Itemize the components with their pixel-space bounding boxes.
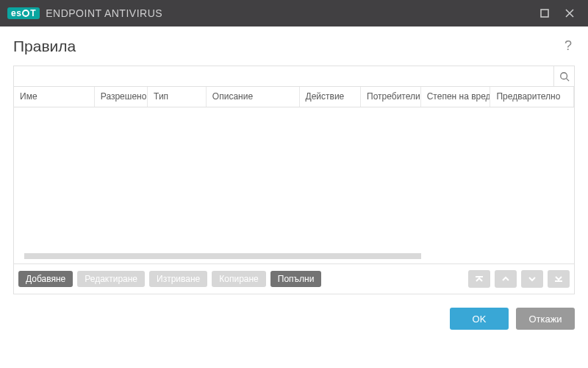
rules-panel: ИмеРазрешеноТипОписаниеДействиеПотребите… <box>13 66 575 294</box>
page-title: Правила <box>13 38 76 55</box>
window-maximize-button[interactable] <box>532 0 557 26</box>
move-down-button[interactable] <box>521 270 543 288</box>
column-header[interactable]: Степен на вреда <box>421 87 491 107</box>
search-button[interactable] <box>553 66 574 86</box>
move-bottom-button[interactable] <box>548 270 570 288</box>
chevron-top-icon <box>474 274 484 284</box>
close-icon <box>565 9 574 18</box>
column-header[interactable]: Тип <box>148 87 207 107</box>
rules-table: ИмеРазрешеноТипОписаниеДействиеПотребите… <box>14 87 574 263</box>
content-area: Правила ? ИмеРазрешеноТипОписаниеДействи… <box>0 26 588 294</box>
svg-rect-0 <box>541 10 548 17</box>
edit-button[interactable]: Редактиране <box>77 271 145 287</box>
brand-circle-icon <box>22 10 29 17</box>
page-heading-row: Правила ? <box>13 35 575 57</box>
help-button[interactable]: ? <box>562 35 575 57</box>
ok-button[interactable]: OK <box>450 308 509 330</box>
fill-button[interactable]: Попълни <box>270 271 322 287</box>
toolbar: Добавяне Редактиране Изтриване Копиране … <box>14 263 574 294</box>
column-header[interactable]: Действие <box>300 87 362 107</box>
column-header[interactable]: Разрешено <box>95 87 148 107</box>
titlebar: esT ENDPOINT ANTIVIRUS <box>0 0 588 26</box>
column-header[interactable]: Потребители <box>361 87 421 107</box>
add-button[interactable]: Добавяне <box>18 271 73 287</box>
chevron-bottom-icon <box>553 274 564 284</box>
search-input[interactable] <box>14 66 553 86</box>
column-header[interactable]: Предварително <box>490 87 574 107</box>
move-top-button[interactable] <box>468 270 490 288</box>
copy-button[interactable]: Копиране <box>212 271 266 287</box>
brand-logo: esT <box>7 7 40 19</box>
table-body <box>14 107 574 263</box>
chevron-up-icon <box>501 274 511 284</box>
help-icon: ? <box>564 38 572 53</box>
cancel-button[interactable]: Откажи <box>516 308 575 330</box>
maximize-icon <box>540 9 549 18</box>
app-title: ENDPOINT ANTIVIRUS <box>46 7 162 19</box>
brand-suffix: T <box>30 8 36 18</box>
column-header[interactable]: Описание <box>207 87 300 107</box>
svg-point-1 <box>560 72 567 79</box>
window-close-button[interactable] <box>557 0 582 26</box>
search-row <box>14 66 574 87</box>
chevron-down-icon <box>527 274 537 284</box>
search-icon <box>559 71 570 82</box>
horizontal-scrollbar[interactable] <box>24 253 421 259</box>
table-header: ИмеРазрешеноТипОписаниеДействиеПотребите… <box>14 87 574 107</box>
dialog-footer: OK Откажи <box>0 294 588 343</box>
move-up-button[interactable] <box>495 270 517 288</box>
brand-prefix: es <box>11 8 21 18</box>
column-header[interactable]: Име <box>14 87 95 107</box>
delete-button[interactable]: Изтриване <box>149 271 207 287</box>
